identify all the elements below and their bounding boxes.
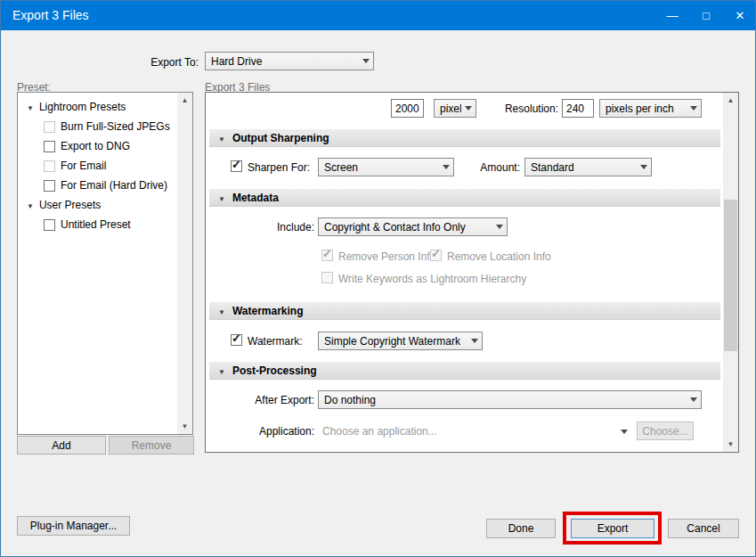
tree-item-for-email[interactable]: For Email (44, 156, 106, 176)
section-header-output-sharpening[interactable]: Output Sharpening (209, 129, 720, 147)
preset-checkbox[interactable] (44, 141, 55, 152)
tree-group-user-presets[interactable]: User Presets (27, 195, 101, 215)
export-to-value: Hard Drive (206, 55, 359, 68)
add-preset-button[interactable]: Add (17, 436, 106, 455)
application-label: Application: (241, 425, 314, 438)
chevron-down-icon (465, 106, 472, 111)
watermark-dropdown[interactable]: Simple Copyright Watermark (318, 332, 483, 350)
width-unit-value: pixels (435, 102, 461, 115)
watermark-label: Watermark: (248, 335, 303, 348)
scroll-down-icon[interactable] (723, 437, 738, 452)
section-header-watermarking[interactable]: Watermarking (209, 302, 720, 320)
resolution-label: Resolution: (500, 102, 558, 115)
tree-group-label: Lightroom Presets (39, 101, 126, 113)
include-dropdown[interactable]: Copyright & Contact Info Only (318, 217, 508, 236)
titlebar: Export 3 Files — □ ✕ (1, 1, 756, 30)
section-title: Watermarking (232, 305, 304, 317)
plug-in-manager-button[interactable]: Plug-in Manager... (17, 516, 130, 536)
tree-item-export-to-dng[interactable]: Export to DNG (44, 136, 130, 156)
resolution-unit-dropdown[interactable]: pixels per inch (599, 99, 702, 118)
choose-application-button[interactable]: Choose... (637, 422, 694, 440)
width-unit-dropdown[interactable]: pixels (434, 99, 476, 118)
remove-location-checkbox (430, 250, 442, 261)
chevron-down-icon (640, 165, 647, 169)
export-dialog-window: Export 3 Files — □ ✕ Export To: Hard Dri… (0, 0, 756, 557)
scrollbar-thumb[interactable] (724, 200, 737, 351)
include-label: Include: (259, 221, 314, 233)
tree-group-lightroom-presets[interactable]: Lightroom Presets (27, 97, 126, 117)
export-to-dropdown[interactable]: Hard Drive (205, 52, 374, 70)
chevron-down-icon (443, 165, 450, 169)
section-title: Metadata (232, 192, 279, 204)
remove-person-label: Remove Person Info (338, 250, 435, 263)
done-button[interactable]: Done (486, 519, 556, 538)
preset-checkbox[interactable] (44, 121, 55, 133)
application-placeholder: Choose an application... (322, 425, 437, 438)
scroll-up-icon[interactable] (177, 93, 192, 108)
chevron-down-icon (496, 225, 503, 229)
collapse-triangle-icon (218, 192, 225, 204)
maximize-icon: □ (703, 9, 710, 22)
section-header-metadata[interactable]: Metadata (209, 189, 720, 207)
sharpen-for-label: Sharpen For: (248, 161, 310, 174)
collapse-triangle-icon (218, 132, 225, 144)
collapse-triangle-icon (218, 305, 225, 317)
sharpen-for-value: Screen (319, 161, 439, 174)
write-keywords-checkbox (321, 272, 333, 283)
tree-item-for-email-hard-drive[interactable]: For Email (Hard Drive) (44, 176, 167, 195)
preset-scrollbar (177, 93, 192, 434)
write-keywords-label: Write Keywords as Lightroom Hierarchy (338, 273, 526, 285)
tree-item-label: Export to DNG (61, 140, 130, 152)
settings-scrollbar (723, 93, 738, 452)
chevron-down-icon (690, 397, 697, 402)
remove-person-checkbox (321, 250, 333, 261)
amount-value: Standard (525, 161, 637, 174)
preset-checkbox[interactable] (44, 160, 55, 172)
section-header-post-processing[interactable]: Post-Processing (209, 362, 720, 380)
tree-group-label: User Presets (39, 199, 101, 211)
tree-item-label: For Email (61, 160, 106, 172)
sharpen-for-checkbox[interactable] (231, 160, 242, 172)
scroll-down-icon[interactable] (177, 419, 192, 434)
tree-item-burn-full-sized-jpegs[interactable]: Burn Full-Sized JPEGs (44, 117, 170, 136)
resolution-unit-value: pixels per inch (600, 102, 687, 115)
tree-item-untitled-preset[interactable]: Untitled Preset (44, 215, 131, 234)
watermark-value: Simple Copyright Watermark (319, 335, 467, 348)
export-settings-panel: pixels Resolution: pixels per inch Outpu… (205, 92, 739, 453)
width-input[interactable] (391, 99, 424, 118)
preset-checkbox[interactable] (44, 180, 55, 192)
section-title: Post-Processing (232, 365, 317, 377)
after-export-value: Do nothing (319, 394, 687, 406)
tree-item-label: For Email (Hard Drive) (61, 179, 167, 192)
after-export-label: After Export: (241, 394, 314, 406)
minimize-icon: — (667, 9, 679, 22)
export-button[interactable]: Export (571, 519, 654, 538)
window-title: Export 3 Files (12, 8, 89, 22)
collapse-triangle-icon (27, 199, 34, 211)
amount-dropdown[interactable]: Standard (524, 158, 652, 176)
after-export-dropdown[interactable]: Do nothing (318, 390, 702, 409)
scroll-up-icon[interactable] (723, 93, 738, 108)
remove-location-label: Remove Location Info (447, 250, 551, 263)
include-value: Copyright & Contact Info Only (319, 221, 492, 233)
section-title: Output Sharpening (232, 132, 329, 144)
window-controls: — □ ✕ (655, 1, 756, 30)
preset-checkbox[interactable] (44, 219, 55, 231)
application-chevron-down-icon[interactable] (621, 430, 628, 434)
remove-preset-button[interactable]: Remove (109, 436, 194, 455)
minimize-button[interactable]: — (655, 1, 689, 30)
sharpen-for-dropdown[interactable]: Screen (318, 158, 454, 176)
close-button[interactable]: ✕ (723, 1, 756, 30)
watermark-checkbox[interactable] (231, 334, 242, 346)
collapse-triangle-icon (27, 101, 34, 113)
amount-label: Amount: (464, 161, 520, 174)
tree-item-label: Burn Full-Sized JPEGs (61, 120, 170, 133)
export-to-label: Export To: (126, 56, 199, 69)
cancel-button[interactable]: Cancel (668, 519, 739, 538)
tree-item-label: Untitled Preset (61, 218, 131, 231)
preset-listbox: Lightroom Presets Burn Full-Sized JPEGs … (17, 92, 193, 435)
chevron-down-icon (362, 59, 370, 63)
chevron-down-icon (471, 339, 478, 343)
maximize-button[interactable]: □ (689, 1, 723, 30)
resolution-input[interactable] (562, 99, 594, 118)
